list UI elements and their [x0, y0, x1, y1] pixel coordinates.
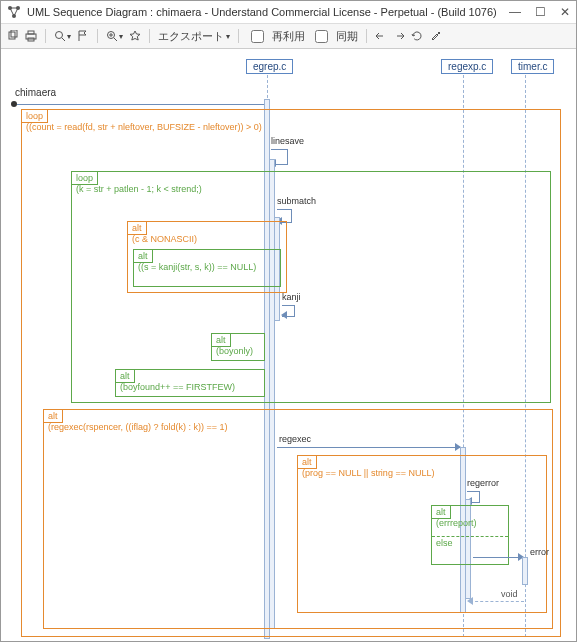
lifeline-regexp-head[interactable]: regexp.c	[441, 59, 493, 74]
flag-icon[interactable]	[77, 30, 89, 42]
reuse-checkbox[interactable]	[251, 30, 264, 43]
refresh-icon[interactable]	[411, 30, 423, 42]
separator	[149, 29, 150, 43]
frame-guard: (prog == NULL || string == NULL)	[302, 468, 434, 478]
separator	[45, 29, 46, 43]
actor-label: chimaera	[15, 87, 56, 98]
sync-checkbox[interactable]	[315, 30, 328, 43]
frame-guard: (errreport)	[436, 518, 477, 528]
actor-message-line	[17, 104, 264, 105]
lifeline-egrep-head[interactable]: egrep.c	[246, 59, 293, 74]
return-void-line	[470, 601, 524, 602]
frame-guard: ((s = kanji(str, s, k)) == NULL)	[138, 262, 256, 272]
separator	[366, 29, 367, 43]
svg-rect-3	[9, 32, 15, 39]
frame-alt-kanji[interactable]: alt ((s = kanji(str, s, k)) == NULL)	[133, 249, 281, 287]
svg-line-11	[114, 38, 117, 41]
undo-icon[interactable]	[375, 30, 387, 42]
return-void-label: void	[501, 589, 518, 599]
frame-guard: (boyonly)	[216, 346, 253, 356]
zoom-dropdown[interactable]: ▾	[106, 30, 123, 42]
toolbar: ▾ ▾ エクスポート▾ 再利用 同期	[1, 24, 576, 49]
search-dropdown[interactable]: ▾	[54, 30, 71, 42]
minimize-button[interactable]: ―	[509, 5, 521, 19]
svg-rect-6	[28, 31, 34, 34]
diagram-canvas[interactable]: egrep.c regexp.c timer.c chimaera loop (…	[1, 49, 576, 641]
frame-else: else	[436, 538, 453, 548]
activation-error	[522, 557, 528, 585]
svg-line-9	[62, 38, 65, 41]
frame-alt-boyfound[interactable]: alt (boyfound++ == FIRSTFEW)	[115, 369, 265, 397]
window-title: UML Sequence Diagram : chimaera - Unders…	[27, 6, 509, 18]
star-icon[interactable]	[129, 30, 141, 42]
app-icon	[7, 5, 21, 19]
export-dropdown[interactable]: エクスポート▾	[158, 29, 230, 44]
frame-guard: (k = str + patlen - 1; k < strend;)	[76, 184, 202, 194]
separator	[97, 29, 98, 43]
frame-guard: (boyfound++ == FIRSTFEW)	[120, 382, 235, 392]
reuse-label: 再利用	[272, 29, 305, 44]
lifeline-timer-head[interactable]: timer.c	[511, 59, 554, 74]
app-window: UML Sequence Diagram : chimaera - Unders…	[0, 0, 577, 642]
sync-label: 同期	[336, 29, 358, 44]
frame-guard: (c & NONASCII)	[132, 234, 197, 244]
copy-icon[interactable]	[7, 30, 19, 42]
frame-alt-boyonly[interactable]: alt (boyonly)	[211, 333, 265, 361]
frame-guard: (regexec(rspencer, ((iflag) ? fold(k) : …	[48, 422, 228, 432]
frame-alt-errreport[interactable]: alt (errreport) else	[431, 505, 509, 565]
redo-icon[interactable]	[393, 30, 405, 42]
titlebar: UML Sequence Diagram : chimaera - Unders…	[1, 1, 576, 24]
maximize-button[interactable]: ☐	[535, 5, 546, 19]
return-arrow	[467, 597, 473, 605]
settings-icon[interactable]	[429, 30, 441, 42]
svg-point-8	[56, 32, 63, 39]
window-buttons: ― ☐ ✕	[509, 5, 570, 19]
separator	[238, 29, 239, 43]
print-icon[interactable]	[25, 30, 37, 42]
frame-guard: ((count = read(fd, str + nleftover, BUFS…	[26, 122, 262, 132]
svg-rect-4	[11, 30, 17, 37]
close-button[interactable]: ✕	[560, 5, 570, 19]
